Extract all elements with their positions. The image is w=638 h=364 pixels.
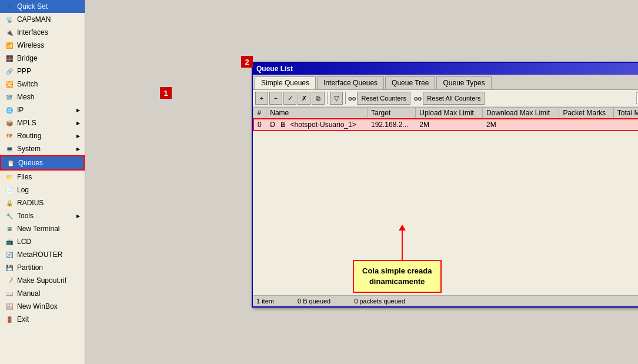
sidebar-label-bridge: Bridge	[17, 54, 38, 62]
sidebar-label-tools: Tools	[17, 212, 34, 220]
cell-total-max	[613, 119, 638, 131]
reset-counters-button[interactable]: Reset Counters	[357, 92, 410, 105]
queue-table: # Name Target Upload Max Limit Download …	[253, 107, 638, 131]
cell-name: D 🖥 <hotspot-Usuario_1>	[266, 119, 368, 131]
sidebar-item-queues[interactable]: 📋 Queues	[0, 155, 85, 171]
sidebar-item-bridge[interactable]: 🌉 Bridge	[0, 52, 85, 65]
sidebar-label-new-winbox: New WinBox	[17, 302, 58, 310]
sidebar-item-switch[interactable]: 🔀 Switch	[0, 78, 85, 91]
tools-arrow: ▶	[76, 213, 80, 219]
sidebar-item-log[interactable]: 📄 Log	[0, 183, 85, 196]
tab-interface-queues[interactable]: Interface Queues	[317, 76, 384, 89]
col-header-packet-marks: Packet Marks	[559, 108, 613, 119]
annotation-box: Cola simple creada dinamicamente	[353, 260, 442, 293]
lcd-icon: 📺	[5, 237, 14, 246]
check-button[interactable]: ✓	[283, 92, 296, 105]
sidebar-item-mpls[interactable]: 📦 MPLS ▶	[0, 116, 85, 129]
radius-icon: 🔒	[5, 198, 14, 208]
sidebar-item-system[interactable]: 💻 System ▶	[0, 142, 85, 155]
sidebar-label-files: Files	[17, 173, 32, 181]
copy-button[interactable]: ⧉	[312, 92, 325, 105]
sidebar-label-partition: Partition	[17, 263, 43, 272]
manual-icon: 📖	[5, 289, 14, 298]
routing-icon: 🗺	[5, 131, 14, 141]
routing-arrow: ▶	[76, 133, 80, 139]
sidebar-item-capsman[interactable]: 📡 CAPsMAN	[0, 13, 85, 26]
sidebar-item-ip[interactable]: 🌐 IP ▶	[0, 103, 85, 116]
sidebar-item-radius[interactable]: 🔒 RADIUS	[0, 196, 85, 209]
sidebar-item-quickset[interactable]: ⚙ Quick Set	[0, 0, 85, 13]
sidebar-item-ppp[interactable]: 🔗 PPP	[0, 65, 85, 78]
annotation-line2: dinamicamente	[362, 276, 432, 287]
sidebar-label-routing: Routing	[17, 132, 41, 140]
cell-packet-marks	[559, 119, 613, 131]
sidebar-item-wireless[interactable]: 📶 Wireless	[0, 39, 85, 52]
status-queued-bytes: 0 B queued	[298, 298, 330, 305]
badge-1: 1	[160, 87, 172, 99]
new-terminal-icon: 🖥	[5, 224, 14, 233]
sidebar-label-interfaces: Interfaces	[17, 28, 48, 36]
status-items: 1 item	[256, 298, 274, 305]
sidebar-item-exit[interactable]: 🚪 Exit	[0, 313, 85, 326]
sidebar-item-routing[interactable]: 🗺 Routing ▶	[0, 129, 85, 142]
sidebar-label-wireless: Wireless	[17, 41, 44, 49]
sidebar-item-tools[interactable]: 🔧 Tools ▶	[0, 209, 85, 222]
cross-button[interactable]: ✗	[298, 92, 310, 105]
row-name-text: <hotspot-Usuario_1>	[290, 121, 356, 129]
sidebar-item-new-winbox[interactable]: 🪟 New WinBox	[0, 300, 85, 313]
sidebar-label-make-supout: Make Supout.rif	[17, 276, 66, 285]
switch-icon: 🔀	[5, 79, 14, 89]
mpls-arrow: ▶	[76, 121, 80, 126]
queue-list-window: Queue List ▭ ✕ Simple Queues Interface Q…	[252, 62, 638, 308]
sidebar-item-new-terminal[interactable]: 🖥 New Terminal	[0, 222, 85, 235]
sidebar-item-metarouter[interactable]: 🔄 MetaROUTER	[0, 248, 85, 261]
capsman-icon: 📡	[5, 15, 14, 24]
arrow-shaft	[402, 231, 403, 260]
sidebar-label-ppp: PPP	[17, 67, 31, 75]
sidebar-label-exit: Exit	[17, 315, 29, 323]
table-row[interactable]: 0 D 🖥 <hotspot-Usuario_1> 192.168.2... 2…	[253, 119, 638, 131]
system-arrow: ▶	[76, 146, 80, 152]
toolbar: + − ✓ ✗ ⧉ ▽ oo Reset Counters oo Reset A…	[253, 90, 638, 107]
sidebar-item-make-supout[interactable]: 📝 Make Supout.rif	[0, 274, 85, 287]
sidebar-label-system: System	[17, 145, 41, 153]
sidebar-item-interfaces[interactable]: 🔌 Interfaces	[0, 26, 85, 39]
reset-all-counters-button[interactable]: Reset All Counters	[423, 92, 485, 105]
col-header-num: #	[253, 108, 266, 119]
sidebar-item-mesh[interactable]: 🕸 Mesh	[0, 91, 85, 103]
arrow-head	[399, 225, 406, 231]
metarouter-icon: 🔄	[5, 250, 14, 259]
sidebar-label-ip: IP	[17, 106, 24, 114]
badge-2: 2	[241, 56, 253, 68]
sidebar-item-files[interactable]: 📁 Files	[0, 171, 85, 183]
tools-icon: 🔧	[5, 211, 14, 221]
interfaces-icon: 🔌	[5, 28, 14, 37]
tab-simple-queues[interactable]: Simple Queues	[255, 76, 316, 89]
tab-queue-types[interactable]: Queue Types	[436, 76, 491, 89]
filter-button[interactable]: ▽	[330, 92, 343, 105]
sidebar-label-mpls: MPLS	[17, 119, 36, 127]
annotation-line1: Cola simple creada	[362, 266, 432, 276]
queues-icon: 📋	[6, 158, 15, 168]
sidebar-item-manual[interactable]: 📖 Manual	[0, 287, 85, 300]
sidebar-label-capsman: CAPsMAN	[17, 15, 51, 24]
col-header-name: Name	[266, 108, 368, 119]
cell-upload: 2M	[416, 119, 483, 131]
make-supout-icon: 📝	[5, 276, 14, 285]
cell-num: 0	[253, 119, 266, 131]
sidebar-label-manual: Manual	[17, 289, 40, 298]
remove-button[interactable]: −	[269, 92, 282, 105]
oo-label-1: oo	[348, 95, 356, 102]
sidebar-item-partition[interactable]: 💾 Partition	[0, 261, 85, 274]
sidebar-item-lcd[interactable]: 📺 LCD	[0, 235, 85, 248]
sidebar-label-quickset: Quick Set	[17, 2, 48, 11]
tab-queue-tree[interactable]: Queue Tree	[385, 76, 435, 89]
col-header-target: Target	[367, 108, 415, 119]
ip-arrow: ▶	[76, 108, 80, 113]
sidebar-label-queues: Queues	[18, 159, 43, 167]
annotation-arrow	[399, 225, 406, 260]
window-titlebar: Queue List ▭ ✕	[253, 63, 638, 75]
ip-icon: 🌐	[5, 105, 14, 115]
sidebar-label-mesh: Mesh	[17, 93, 34, 101]
add-button[interactable]: +	[255, 92, 268, 105]
